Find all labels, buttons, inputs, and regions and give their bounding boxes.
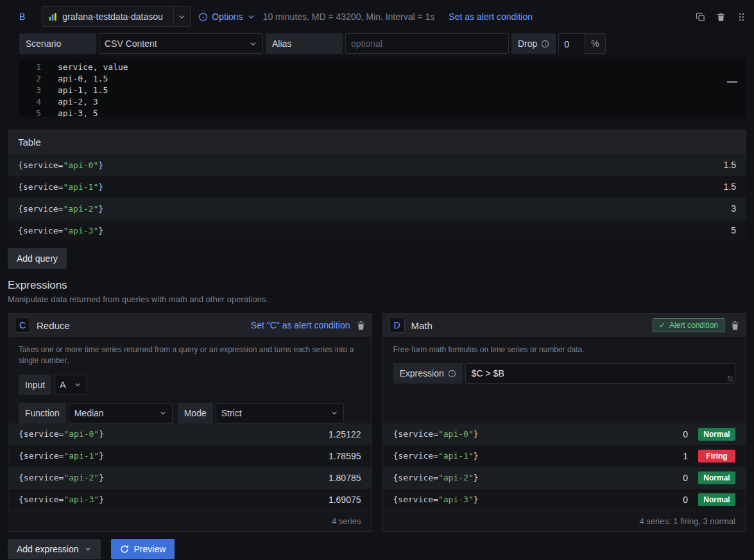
- math-card-content: Free-form math formulas on time series o…: [383, 337, 746, 384]
- chevron-down-icon: [330, 409, 338, 417]
- math-series-count: 4 series: 1 firing, 3 normal: [383, 511, 746, 531]
- drag-handle-icon[interactable]: [737, 12, 746, 22]
- series-value: 1.80785: [329, 473, 361, 483]
- chevron-down-icon: [84, 545, 92, 553]
- expression-cards: C Reduce Set "C" as alert condition Take…: [8, 313, 746, 532]
- code-text: service, value: [45, 62, 128, 73]
- delete-query-icon[interactable]: [717, 12, 725, 22]
- series-value: 0: [683, 473, 688, 483]
- series-value: 3: [731, 203, 736, 214]
- result-row: {service="api-3"} 1.69075: [8, 489, 372, 511]
- series-value: 5: [731, 225, 736, 235]
- table-panel-title: Table: [8, 130, 746, 154]
- set-c-alert-condition-link[interactable]: Set "C" as alert condition: [251, 320, 350, 330]
- chevron-down-icon: [74, 381, 81, 389]
- series-value: 1.5: [724, 182, 736, 192]
- testdata-datasource-icon: [48, 12, 57, 21]
- series-label: {service="api-0"}: [19, 429, 104, 439]
- series-label: {service="api-2"}: [19, 473, 104, 482]
- line-number: 5: [19, 108, 45, 117]
- code-line: 2 api-0, 1.5: [19, 73, 746, 85]
- series-value: 1.69075: [329, 495, 361, 505]
- duplicate-query-icon[interactable]: [696, 12, 705, 22]
- alert-query-editor-page: B grafana-testdata-datasou Options: [0, 0, 754, 559]
- editor-scrollbar[interactable]: [727, 81, 737, 83]
- series-value: 0: [683, 495, 688, 505]
- reduce-input-row: Input A: [19, 375, 361, 395]
- scenario-field: Scenario CSV Content: [19, 33, 263, 54]
- datasource-picker[interactable]: grafana-testdata-datasou: [42, 6, 191, 27]
- math-expression-row: Expression $C > $B: [393, 363, 736, 384]
- reduce-series-count: 4 series: [8, 511, 372, 531]
- alert-condition-badge: ✓ Alert condition: [653, 318, 724, 332]
- scenario-value: CSV Content: [105, 38, 157, 49]
- table-row: {service="api-3"} 5: [8, 219, 746, 241]
- reduce-card-header: C Reduce Set "C" as alert condition: [8, 314, 372, 337]
- series-label: {service="api-1"}: [19, 451, 104, 461]
- resize-handle[interactable]: [728, 376, 733, 382]
- state-badge: Normal: [698, 428, 735, 441]
- function-select[interactable]: Median: [69, 403, 173, 423]
- query-ref-id: B: [19, 12, 25, 22]
- series-label: {service="api-0"}: [393, 429, 479, 439]
- query-options-toggle[interactable]: Options: [198, 12, 255, 22]
- code-text: api-3, 5: [45, 108, 98, 117]
- expression-ref-badge: C: [15, 318, 30, 333]
- code-text: api-1, 1.5: [45, 85, 108, 96]
- series-label: {service="api-1"}: [393, 451, 479, 461]
- result-row: {service="api-1"} 1Firing: [383, 445, 746, 467]
- chevron-down-icon: [173, 7, 190, 26]
- check-icon: ✓: [659, 321, 665, 330]
- add-query-button[interactable]: Add query: [8, 248, 67, 269]
- set-alert-condition-link[interactable]: Set as alert condition: [449, 12, 533, 22]
- query-editor-b: B grafana-testdata-datasou Options: [8, 6, 746, 117]
- add-expression-button[interactable]: Add expression: [8, 539, 101, 559]
- series-label: {service="api-3"}: [393, 495, 479, 504]
- code-line: 3 api-1, 1.5: [19, 85, 746, 96]
- series-label: {service="api-2"}: [18, 204, 103, 214]
- delete-expression-icon[interactable]: [731, 321, 739, 330]
- alias-input[interactable]: [345, 33, 509, 54]
- scenario-select[interactable]: CSV Content: [99, 33, 263, 54]
- bottom-actions: Add expression Preview: [8, 539, 746, 559]
- chevron-down-icon: [247, 13, 255, 21]
- expression-ref-badge: D: [390, 318, 405, 333]
- delete-expression-icon[interactable]: [357, 321, 365, 330]
- result-row: {service="api-0"} 1.25122: [8, 423, 372, 445]
- input-ref-select[interactable]: A: [54, 375, 87, 395]
- expression-label: Expression: [393, 363, 463, 384]
- result-row: {service="api-3"} 0Normal: [383, 489, 746, 511]
- chevron-down-icon: [249, 40, 257, 48]
- line-number: 3: [19, 85, 45, 96]
- code-line: 1 service, value: [19, 62, 746, 73]
- info-circle-icon: [198, 12, 208, 22]
- options-label: Options: [212, 12, 243, 22]
- input-label: Input: [19, 375, 51, 395]
- alias-field: Alias: [266, 33, 509, 54]
- series-label: {service="api-3"}: [19, 495, 104, 504]
- scenario-label: Scenario: [19, 33, 96, 54]
- preview-button[interactable]: Preview: [111, 539, 175, 559]
- mode-select[interactable]: Strict: [216, 403, 344, 423]
- chevron-down-icon: [159, 409, 167, 417]
- result-row: {service="api-1"} 1.78595: [8, 445, 372, 467]
- csv-content-editor[interactable]: 1 service, value 2 api-0, 1.5 3 api-1, 1…: [19, 59, 746, 117]
- query-options-summary: 10 minutes, MD = 43200, Min. Interval = …: [263, 12, 435, 22]
- mode-label: Mode: [178, 403, 213, 423]
- state-badge: Normal: [698, 471, 735, 484]
- result-row: {service="api-0"} 0Normal: [383, 423, 746, 445]
- query-actions: [696, 12, 746, 22]
- math-results: {service="api-0"} 0Normal {service="api-…: [383, 423, 746, 531]
- drop-percent-input[interactable]: [559, 34, 585, 55]
- drop-percent-group: %: [558, 33, 605, 54]
- info-circle-icon[interactable]: [448, 369, 456, 378]
- series-value: 1.25122: [329, 429, 361, 439]
- table-row: {service="api-1"} 1.5: [8, 176, 746, 198]
- math-description: Free-form math formulas on time series o…: [393, 344, 733, 355]
- query-header: B grafana-testdata-datasou Options: [19, 6, 746, 27]
- info-circle-icon[interactable]: [541, 40, 549, 48]
- drop-label: Drop: [511, 33, 556, 54]
- function-label: Function: [19, 403, 66, 423]
- result-row: {service="api-2"} 1.80785: [8, 467, 372, 489]
- math-expression-input[interactable]: $C > $B: [465, 363, 735, 384]
